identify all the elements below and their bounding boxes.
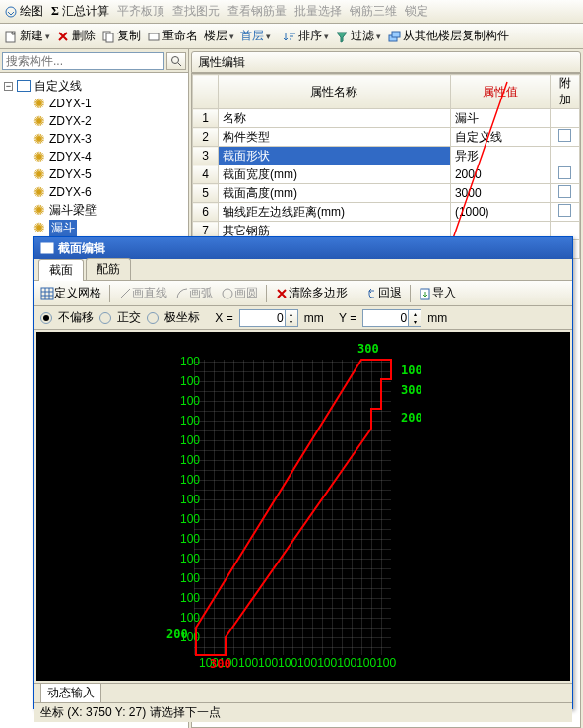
sort-icon (283, 30, 296, 43)
tree-item[interactable]: ✺漏斗 (4, 219, 184, 236)
ribbon-rebar-3d: 钢筋三维 (350, 3, 397, 20)
coord-controls: 不偏移 正交 极坐标 X = 0 mm Y = 0 mm (34, 306, 572, 330)
component-icon: ✺ (33, 150, 45, 164)
tree-root[interactable]: − 自定义线 (4, 77, 184, 95)
copy-icon (101, 30, 115, 43)
tree-item[interactable]: ✺ZDYX-6 (4, 183, 184, 201)
tree-item[interactable]: ✺ZDYX-2 (4, 112, 184, 130)
ribbon-rebar-qty: 查看钢筋量 (227, 3, 287, 20)
dim-top: 300 (357, 342, 379, 356)
ribbon-lock: 锁定 (405, 3, 428, 20)
copy-button[interactable]: 复制 (101, 28, 141, 44)
svg-text:100: 100 (180, 552, 200, 565)
grid-def-button[interactable]: 定义网格 (40, 285, 101, 301)
tree-item-label: 漏斗 (49, 220, 77, 236)
tree-item-label: 漏斗梁壁 (49, 202, 97, 219)
tree-item-label: ZDYX-2 (49, 114, 92, 128)
copy-from-floor-button[interactable]: 从其他楼层复制构件 (387, 28, 509, 44)
tree-item[interactable]: ✺ZDYX-5 (4, 165, 184, 183)
tree-item-label: ZDYX-6 (49, 185, 92, 199)
tab-section[interactable]: 截面 (38, 259, 84, 281)
status-bar: 坐标 (X: 3750 Y: 27) 请选择下一点 (34, 702, 572, 722)
editor-toolbar: 定义网格 画直线 画弧 画圆 清除多边形 回退 导入 (34, 281, 572, 306)
tree-item[interactable]: ✺ZDYX-1 (4, 95, 184, 112)
first-floor-dropdown[interactable]: 首层 (240, 28, 271, 44)
component-icon: ✺ (33, 167, 45, 181)
component-icon: ✺ (33, 132, 45, 146)
extra-checkbox[interactable] (558, 129, 571, 142)
property-row[interactable]: 4截面宽度(mm)2000 (193, 165, 580, 184)
delete-icon (56, 30, 70, 43)
undo-button[interactable]: 回退 (364, 285, 402, 301)
property-row[interactable]: 1名称漏斗 (193, 109, 580, 128)
ribbon-batch-select: 批量选择 (294, 3, 342, 20)
copy-floor-icon (387, 30, 401, 43)
dim-r1: 100 (401, 364, 422, 377)
window-icon (40, 241, 54, 255)
sort-button[interactable]: 排序 (283, 28, 329, 44)
svg-text:100: 100 (180, 433, 200, 447)
svg-text:100: 100 (180, 394, 200, 408)
search-icon (170, 55, 182, 67)
tab-bar: 截面 配筋 (34, 259, 572, 281)
line-button[interactable]: 画直线 (118, 285, 167, 301)
ribbon-sum[interactable]: Σ 汇总计算 (51, 3, 109, 20)
filter-button[interactable]: 过滤 (335, 28, 381, 44)
dim-bl: 200 (166, 628, 188, 641)
col-name[interactable]: 属性名称 (219, 75, 451, 109)
top-ribbon: 绘图 Σ 汇总计算 平齐板顶 查找图元 查看钢筋量 批量选择 钢筋三维 锁定 (0, 0, 583, 24)
extra-checkbox[interactable] (558, 166, 571, 179)
radio-nooffset[interactable] (40, 312, 52, 324)
dynamic-input-bar: 动态输入 (34, 683, 572, 702)
property-row[interactable]: 2构件类型自定义线 (193, 128, 580, 147)
component-icon: ✺ (33, 185, 45, 199)
search-input[interactable] (2, 52, 164, 70)
main-toolbar: 新建 删除 复制 重命名 楼层 首层 排序 过滤 从其他楼层复制构件 (0, 24, 583, 49)
rename-icon (147, 30, 161, 43)
undo-icon (364, 287, 378, 300)
collapse-icon[interactable]: − (4, 82, 13, 91)
property-row[interactable]: 5截面高度(mm)3000 (193, 184, 580, 203)
component-icon: ✺ (33, 97, 45, 110)
ribbon-draw[interactable]: 绘图 (4, 3, 43, 20)
dynamic-input-button[interactable]: 动态输入 (40, 683, 101, 703)
property-row[interactable]: 6轴线距左边线距离(mm)(1000) (193, 203, 580, 222)
clear-button[interactable]: 清除多边形 (275, 285, 348, 301)
search-button[interactable] (166, 52, 186, 70)
dim-r2: 300 (401, 383, 422, 397)
tab-rebar[interactable]: 配筋 (86, 258, 131, 280)
svg-text:100: 100 (180, 611, 200, 625)
radio-ortho[interactable] (99, 312, 111, 324)
new-button[interactable]: 新建 (4, 28, 50, 44)
tree-item[interactable]: ✺漏斗梁壁 (4, 201, 184, 219)
y-input[interactable]: 0 (362, 309, 421, 327)
section-editor-window: 截面编辑 截面 配筋 定义网格 画直线 画弧 画圆 清除多边形 (33, 236, 573, 709)
radio-polar[interactable] (147, 312, 159, 324)
ribbon-align: 平齐板顶 (117, 3, 164, 20)
rename-button[interactable]: 重命名 (147, 28, 198, 44)
tree-item-label: ZDYX-5 (49, 167, 92, 181)
property-row[interactable]: 3截面形状异形 (193, 147, 580, 165)
filter-icon (335, 30, 349, 43)
delete-button[interactable]: 删除 (56, 28, 96, 44)
extra-checkbox[interactable] (558, 185, 571, 198)
new-icon (4, 30, 18, 43)
component-icon: ✺ (33, 114, 45, 128)
section-canvas[interactable]: 100100100 100100100 100100100 100100100 … (36, 332, 570, 681)
col-extra[interactable]: 附加 (551, 75, 580, 109)
arc-button[interactable]: 画弧 (175, 285, 213, 301)
col-value[interactable]: 属性值 (450, 75, 550, 109)
svg-text:100: 100 (180, 453, 200, 467)
floor-dropdown[interactable]: 楼层 (204, 28, 234, 44)
search-bar (0, 49, 188, 73)
circle-button[interactable]: 画圆 (221, 285, 258, 301)
extra-checkbox[interactable] (558, 204, 571, 217)
tree-item[interactable]: ✺ZDYX-3 (4, 130, 184, 148)
svg-text:100: 100 (180, 414, 200, 428)
folder-icon (17, 80, 31, 92)
tree-item[interactable]: ✺ZDYX-4 (4, 148, 184, 165)
svg-text:100: 100 (180, 591, 200, 605)
window-title[interactable]: 截面编辑 (34, 237, 572, 259)
import-button[interactable]: 导入 (419, 285, 456, 301)
x-input[interactable]: 0 (239, 309, 298, 327)
